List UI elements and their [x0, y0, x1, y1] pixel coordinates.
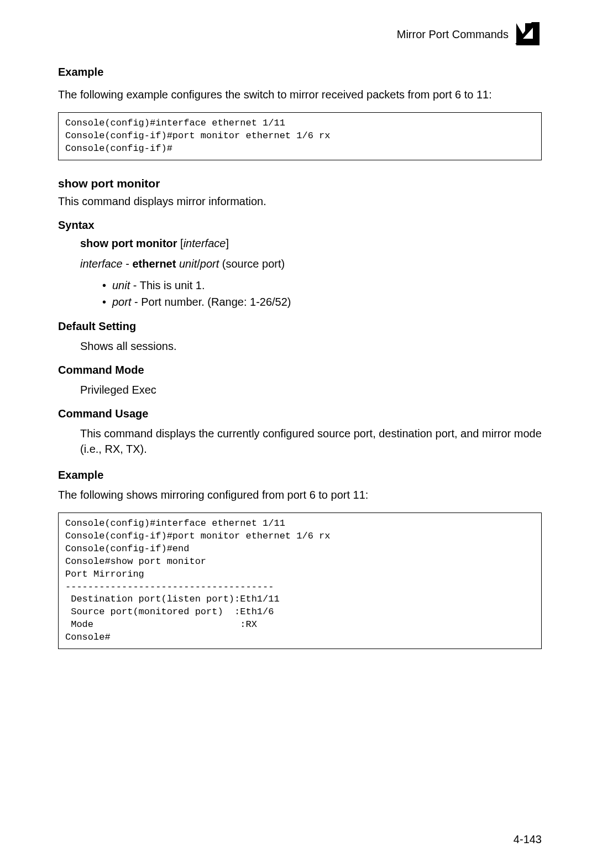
example1-heading: Example [58, 66, 542, 79]
command-desc: This command displays mirror information… [58, 194, 542, 209]
command-name: show port monitor [58, 177, 542, 190]
example2-desc: The following shows mirroring configured… [58, 487, 542, 503]
syntax-bracket-close: ] [226, 237, 229, 249]
bullet-unit: unit [112, 279, 130, 291]
bullet-port-rest: - Port number. (Range: 1-26/52) [131, 296, 291, 308]
syntax-heading: Syntax [58, 219, 542, 232]
mode-heading: Command Mode [58, 364, 542, 377]
bullet-unit-rest: - This is unit 1. [130, 279, 205, 291]
default-text: Shows all sessions. [80, 338, 542, 354]
chapter-number-icon: 4 [515, 22, 542, 46]
list-item: unit - This is unit 1. [102, 277, 542, 294]
syntax-line: show port monitor [interface] [80, 237, 542, 250]
syntax2-dash: - [123, 258, 133, 270]
syntax-command-bold: show port monitor [80, 237, 177, 249]
page-container: Mirror Port Commands 4 Example The follo… [0, 0, 597, 688]
syntax2-unit: unit [179, 258, 197, 270]
list-item: port - Port number. (Range: 1-26/52) [102, 294, 542, 310]
syntax2-rest: (source port) [219, 258, 285, 270]
default-heading: Default Setting [58, 320, 542, 333]
example1-desc: The following example configures the swi… [58, 87, 542, 102]
usage-heading: Command Usage [58, 407, 542, 420]
syntax-bullets: unit - This is unit 1. port - Port numbe… [102, 277, 542, 310]
mode-text: Privileged Exec [80, 382, 542, 398]
syntax-bracket-open: [ [177, 237, 184, 249]
syntax2-interface: interface [80, 258, 123, 270]
page-number: 4-143 [514, 833, 542, 846]
syntax2-port: port [200, 258, 219, 270]
syntax2-ethernet: ethernet [133, 258, 176, 270]
syntax-line2: interface - ethernet unit/port (source p… [80, 258, 542, 270]
example2-code: Console(config)#interface ethernet 1/11 … [58, 513, 542, 649]
syntax-interface-italic: interface [184, 237, 226, 249]
usage-text: This command displays the currently conf… [80, 426, 542, 457]
bullet-port: port [112, 296, 131, 308]
page-header: Mirror Port Commands 4 [58, 22, 542, 46]
header-title: Mirror Port Commands [397, 28, 509, 41]
example2-heading: Example [58, 469, 542, 482]
example1-code: Console(config)#interface ethernet 1/11 … [58, 112, 542, 160]
